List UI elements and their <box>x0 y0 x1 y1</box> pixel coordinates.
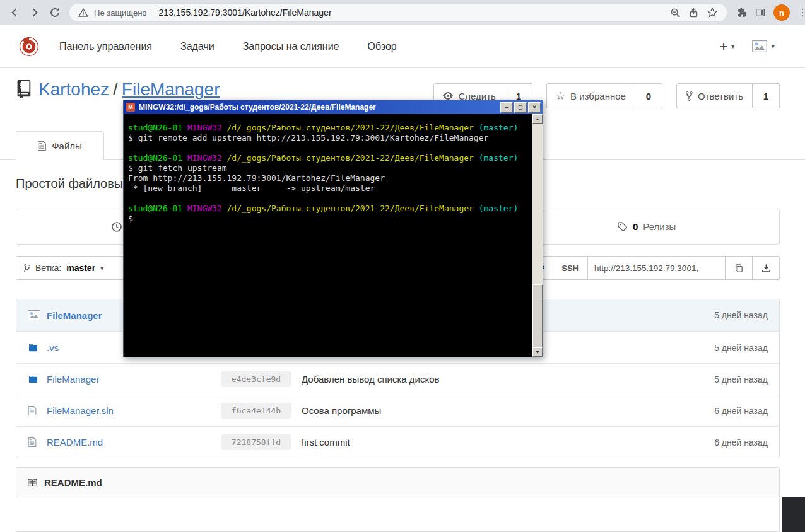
file-age: 5 дней назад <box>714 343 768 353</box>
not-secure-warning-icon <box>78 8 88 18</box>
omnibox-divider <box>153 8 153 18</box>
file-age: 5 дней назад <box>714 374 768 385</box>
commit-sha-link[interactable]: e4de3cfe9d <box>221 371 291 387</box>
user-avatar-broken-image-icon <box>752 40 767 52</box>
nav-item-pull-requests[interactable]: Запросы на слияние <box>243 41 339 52</box>
latest-commit-author[interactable]: FileManager <box>47 310 102 321</box>
releases-count: 0 <box>633 221 638 232</box>
file-age: 6 дней назад <box>714 437 768 448</box>
terminal-line: $ git fetch upstream <box>128 163 529 173</box>
file-age: 6 дней назад <box>714 406 768 416</box>
scrollbar-thumb[interactable] <box>532 284 543 347</box>
side-panel-icon[interactable] <box>755 7 766 18</box>
caret-down-icon: ▾ <box>100 264 104 272</box>
tab-files-label: Файлы <box>52 141 82 151</box>
file-name-link[interactable]: FileManager.sln <box>47 405 221 416</box>
file-icon <box>38 141 46 151</box>
book-open-icon <box>26 478 38 487</box>
star-button[interactable]: ☆ В избранное <box>546 83 635 108</box>
terminal-maximize-button[interactable]: □ <box>514 102 527 113</box>
file-icon <box>28 405 39 416</box>
browser-menu-icon[interactable]: ⋮ <box>797 8 805 18</box>
terminal-minimize-button[interactable]: – <box>500 102 513 113</box>
nav-item-dashboard[interactable]: Панель управления <box>59 41 152 52</box>
author-avatar-broken-image-icon <box>28 310 40 320</box>
file-name-link[interactable]: README.md <box>47 437 221 448</box>
plus-icon: + <box>719 38 728 55</box>
branch-name: master <box>66 263 95 273</box>
nav-item-issues[interactable]: Задачи <box>180 41 214 52</box>
repo-book-icon <box>16 80 31 99</box>
commit-sha-link[interactable]: f6ca4e144b <box>221 403 291 419</box>
terminal-body[interactable]: stud@N26-01 MINGW32 /d/_gogs/Работы студ… <box>124 114 532 357</box>
repo-name-link[interactable]: FileManager <box>122 79 220 99</box>
browser-profile-avatar[interactable]: n <box>773 4 790 21</box>
terminal-line: $ <box>128 214 529 224</box>
terminal-line: $ git remote add upstream http://213.155… <box>128 133 529 143</box>
browser-toolbar: Не защищено 213.155.192.79:3001/Kartohez… <box>0 0 805 25</box>
terminal-client-area: stud@N26-01 MINGW32 /d/_gogs/Работы студ… <box>124 114 543 357</box>
repo-title: Kartohez/FileManager <box>38 79 220 100</box>
fork-icon <box>686 91 693 101</box>
table-row: README.md 7218758ffd first commit 6 дней… <box>16 426 779 458</box>
commit-message-link[interactable]: first commit <box>302 437 350 448</box>
git-branch-icon <box>24 263 30 273</box>
releases-stat[interactable]: 0 Релизы <box>618 209 676 244</box>
latest-commit-age: 5 дней назад <box>714 310 768 320</box>
scroll-down-icon[interactable]: ▼ <box>532 347 543 357</box>
create-new-dropdown[interactable]: + ▾ <box>719 38 735 55</box>
repo-owner-link[interactable]: Kartohez <box>38 79 109 99</box>
terminal-close-button[interactable]: × <box>528 102 541 113</box>
share-icon[interactable] <box>688 8 699 18</box>
security-label: Не защищено <box>94 8 147 18</box>
address-bar[interactable]: Не защищено 213.155.192.79:3001/Kartohez… <box>69 4 727 21</box>
browser-actions: n ⋮ <box>732 4 805 21</box>
screen-corner-artifact <box>782 497 805 532</box>
star-icon: ☆ <box>556 91 565 101</box>
terminal-line <box>128 194 529 204</box>
screen: Не защищено 213.155.192.79:3001/Kartohez… <box>0 0 805 532</box>
fork-button[interactable]: Ответвить <box>676 83 753 108</box>
readme-panel: README.md <box>16 467 780 532</box>
forward-icon[interactable] <box>25 3 44 22</box>
readme-title: README.md <box>44 477 102 488</box>
gogs-logo[interactable] <box>18 35 40 58</box>
star-count[interactable]: 0 <box>635 83 662 108</box>
scroll-up-icon[interactable]: ▲ <box>532 114 543 124</box>
download-archive-button[interactable] <box>753 256 780 280</box>
caret-down-icon: ▾ <box>731 42 735 50</box>
star-group: ☆ В избранное 0 <box>546 83 662 108</box>
bookmark-star-icon[interactable] <box>707 7 718 18</box>
terminal-scrollbar[interactable]: ▲ ▼ <box>532 114 543 357</box>
table-row: FileManager.sln f6ca4e144b Осова програм… <box>16 395 779 426</box>
fork-count[interactable]: 1 <box>753 83 780 108</box>
back-icon[interactable] <box>5 3 24 22</box>
terminal-line: stud@N26-01 MINGW32 /d/_gogs/Работы студ… <box>128 153 529 163</box>
terminal-titlebar[interactable]: M MINGW32:/d/_gogs/Работы студентов/2021… <box>124 100 543 114</box>
clone-url-input[interactable] <box>587 256 725 280</box>
terminal-line: * [new branch] master -> upstream/master <box>128 183 529 194</box>
zoom-icon[interactable] <box>670 8 681 18</box>
file-name-link[interactable]: FileManager <box>47 374 221 385</box>
ssh-protocol-button[interactable]: SSH <box>553 256 587 280</box>
releases-label: Релизы <box>643 221 676 232</box>
file-icon <box>28 437 39 448</box>
branch-selector[interactable]: Ветка: master ▾ <box>16 256 127 280</box>
commit-message-link[interactable]: Осова программы <box>302 405 381 416</box>
terminal-window[interactable]: M MINGW32:/d/_gogs/Работы студентов/2021… <box>123 100 543 357</box>
copy-clone-url-button[interactable] <box>725 256 753 280</box>
commit-sha-link[interactable]: 7218758ffd <box>221 434 291 450</box>
user-menu-dropdown[interactable]: ▾ <box>752 40 775 52</box>
nav-item-explore[interactable]: Обзор <box>367 41 396 52</box>
star-label: В избранное <box>570 91 626 101</box>
url-text[interactable]: 213.155.192.79:3001/Kartohez/FileManager <box>159 8 664 18</box>
readme-header: README.md <box>16 468 779 497</box>
tab-files[interactable]: Файлы <box>16 131 104 160</box>
gogs-navbar: Панель управления Задачи Запросы на слия… <box>0 25 805 68</box>
table-row: FileManager e4de3cfe9d Добавлен вывод сп… <box>16 363 779 395</box>
repo-title-separator: / <box>113 79 118 99</box>
refresh-icon[interactable] <box>45 3 64 22</box>
extensions-puzzle-icon[interactable] <box>736 7 747 18</box>
caret-down-icon: ▾ <box>771 42 775 50</box>
commit-message-link[interactable]: Добавлен вывод списка дисков <box>302 374 440 385</box>
